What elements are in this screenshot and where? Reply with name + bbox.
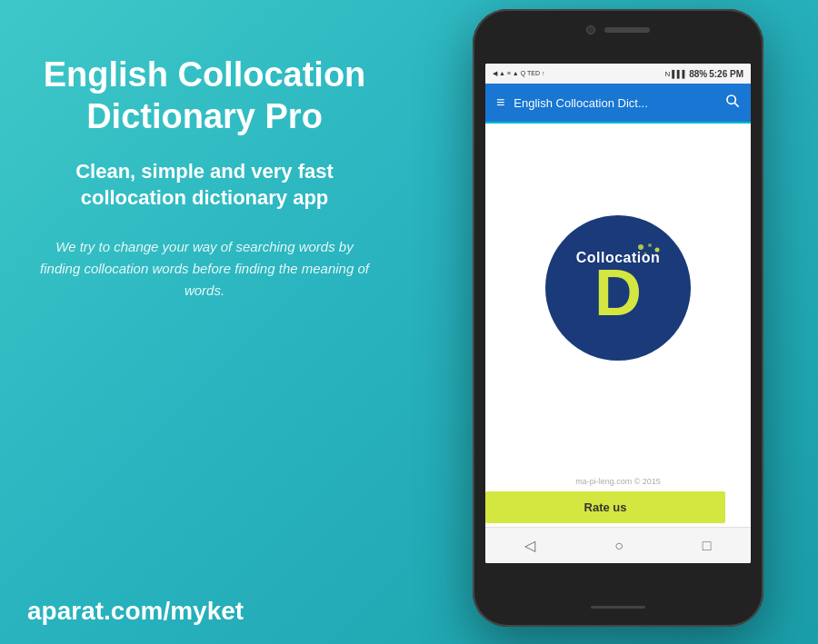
screen-content: Collocation D [485, 124, 751, 470]
battery-percentage: 88% [689, 69, 707, 79]
phone-speaker [604, 27, 650, 33]
app-subtitle: Clean, simple and very fast collocation … [27, 159, 382, 211]
svg-point-0 [727, 95, 735, 104]
phone-camera [586, 25, 595, 35]
status-time: 5:26 PM [709, 69, 743, 79]
app-bar: ≡ English Collocation Dict... [485, 84, 751, 124]
phone-container: ◀ ▲ ≡ ▲ Q TED ↑ N ▌▌▌ 88% 5:26 PM ≡ Engl… [473, 9, 763, 627]
svg-line-1 [734, 103, 739, 107]
signal-icon: ▌▌▌ [672, 70, 687, 78]
phone-top [586, 25, 650, 35]
home-button[interactable]: ○ [614, 538, 623, 554]
status-icons-left: ◀ ▲ ≡ ▲ Q TED ↑ [493, 70, 544, 77]
logo-letter: D [594, 260, 642, 325]
bottom-label: aparat.com/myket [27, 597, 244, 626]
nfc-icon: N [664, 70, 670, 78]
phone-screen: ◀ ▲ ≡ ▲ Q TED ↑ N ▌▌▌ 88% 5:26 PM ≡ Engl… [485, 64, 751, 563]
status-bar: ◀ ▲ ≡ ▲ Q TED ↑ N ▌▌▌ 88% 5:26 PM [485, 64, 751, 84]
logo-collocation-text: Collocation [576, 250, 661, 266]
notification-icons: ◀ ▲ ≡ ▲ Q TED ↑ [493, 70, 544, 77]
screen-footer: ma-pi-leng.com © 2015 Rate us [485, 470, 751, 527]
app-description: We try to change your way of searching w… [27, 236, 382, 302]
rate-us-button[interactable]: Rate us [485, 491, 725, 523]
back-button[interactable]: ◁ [524, 537, 535, 554]
app-logo: Collocation D [545, 215, 691, 361]
recents-button[interactable]: □ [703, 538, 712, 554]
search-icon[interactable] [725, 94, 740, 112]
phone-body: ◀ ▲ ≡ ▲ Q TED ↑ N ▌▌▌ 88% 5:26 PM ≡ Engl… [473, 9, 763, 627]
phone-chin [591, 606, 645, 609]
bottom-nav: ◁ ○ □ [485, 527, 751, 563]
left-panel: English Collocation Dictionary Pro Clean… [27, 54, 382, 302]
app-bar-title: English Collocation Dict... [514, 96, 716, 110]
status-icons-right: N ▌▌▌ 88% 5:26 PM [664, 69, 743, 79]
svg-point-3 [648, 243, 652, 247]
hamburger-icon[interactable]: ≡ [496, 94, 504, 111]
app-title: English Collocation Dictionary Pro [27, 54, 382, 137]
copyright-text: ma-pi-leng.com © 2015 [485, 477, 751, 486]
